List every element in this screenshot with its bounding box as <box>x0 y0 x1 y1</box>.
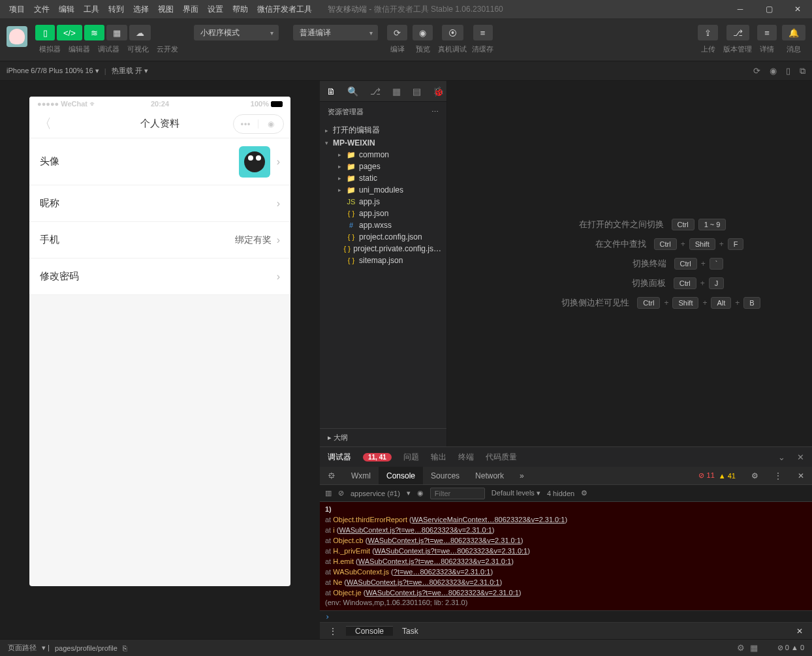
list-item[interactable]: 昵称› <box>29 185 290 222</box>
menu-界面[interactable]: 界面 <box>179 3 202 16</box>
close-panel-icon[interactable]: ✕ <box>797 452 804 462</box>
filter-input[interactable] <box>430 488 485 499</box>
project-root[interactable]: ▾MP-WEIXIN <box>320 137 446 149</box>
tree-item[interactable]: ▸📁common <box>320 149 446 161</box>
outline-section[interactable]: ▸ 大纲 <box>320 428 446 446</box>
drawer-console-tab[interactable]: Console <box>346 626 393 636</box>
simulator-toggle[interactable]: ▯ <box>35 25 55 40</box>
tab-sources[interactable]: Sources <box>423 467 467 484</box>
tree-item[interactable]: JSapp.js <box>320 196 446 208</box>
drawer-close-icon[interactable]: ✕ <box>787 627 812 636</box>
maximize-button[interactable]: ▢ <box>755 0 783 18</box>
scene-icon[interactable]: ▦ <box>750 643 758 653</box>
compile-select[interactable]: 普通编译 <box>293 25 378 40</box>
minimize-button[interactable]: ─ <box>726 0 755 18</box>
mode-select[interactable]: 小程序模式 <box>194 25 279 40</box>
debugger-toggle[interactable]: ≋ <box>84 25 104 40</box>
console-settings-icon[interactable]: ⚙ <box>581 489 587 497</box>
close-button[interactable]: ✕ <box>783 0 812 18</box>
list-item[interactable]: 头像› <box>29 138 290 185</box>
upload-button[interactable]: ⇪ <box>698 25 718 40</box>
cloud-dev-toggle[interactable]: ☁ <box>129 25 151 40</box>
list-item[interactable]: 手机绑定有奖› <box>29 222 290 258</box>
menu-视图[interactable]: 视图 <box>154 3 178 16</box>
status-errors[interactable]: ⊘ 0 ▲ 0 <box>777 644 804 652</box>
settings-icon[interactable]: ⚙ <box>743 467 766 484</box>
kebab-icon[interactable]: ⋮ <box>766 467 790 484</box>
tab-network[interactable]: Network <box>467 467 512 484</box>
live-icon[interactable]: ◉ <box>417 489 424 497</box>
tab-debugger[interactable]: 调试器 <box>328 452 351 463</box>
tab-quality[interactable]: 代码质量 <box>486 452 517 463</box>
ext-tab-icon[interactable]: ▦ <box>392 86 401 97</box>
more-tabs-icon[interactable]: » <box>512 467 532 484</box>
close-devtools-icon[interactable]: ✕ <box>790 467 812 484</box>
tree-item[interactable]: { }project.config.json <box>320 231 446 243</box>
open-editors-section[interactable]: ▸打开的编辑器 <box>320 123 446 137</box>
git-tab-icon[interactable]: ⎇ <box>370 86 381 97</box>
menu-文件[interactable]: 文件 <box>30 3 54 16</box>
visualize-toggle[interactable]: ▦ <box>106 25 127 40</box>
tab-terminal[interactable]: 终端 <box>458 452 474 463</box>
more-icon[interactable]: ⋯ <box>431 108 439 116</box>
tab-output[interactable]: 输出 <box>431 452 446 463</box>
drawer-task-tab[interactable]: Task <box>393 627 428 636</box>
tree-item[interactable]: { }sitemap.json <box>320 255 446 266</box>
tree-item[interactable]: { }app.json <box>320 208 446 219</box>
capsule-close-icon[interactable]: ◉ <box>258 119 283 129</box>
page-path[interactable]: pages/profile/profile <box>55 644 117 652</box>
editor-toggle[interactable]: </> <box>57 25 82 40</box>
copy-path-icon[interactable]: ⎘ <box>123 644 127 652</box>
capsule-more-icon[interactable]: ••• <box>234 119 258 129</box>
tree-item[interactable]: { }project.private.config.js… <box>320 243 446 255</box>
console-prompt[interactable]: › <box>320 610 812 622</box>
tree-item[interactable]: ▸📁pages <box>320 161 446 172</box>
compile-button[interactable]: ⟳ <box>387 25 407 40</box>
menu-微信开发者工具[interactable]: 微信开发者工具 <box>253 3 316 16</box>
tree-item[interactable]: ▸📁uni_modules <box>320 184 446 196</box>
menu-帮助[interactable]: 帮助 <box>228 3 252 16</box>
error-count[interactable]: ⊘ 11 <box>698 471 714 480</box>
search-tab-icon[interactable]: 🔍 <box>347 86 358 97</box>
real-debug-button[interactable]: ⦿ <box>442 25 463 40</box>
device-icon[interactable]: ▯ <box>786 66 790 76</box>
levels-select[interactable]: Default levels ▾ <box>492 489 540 497</box>
record-icon[interactable]: ◉ <box>770 66 777 76</box>
detail-button[interactable]: ≡ <box>757 25 777 40</box>
hot-reload-toggle[interactable]: 热重载 开 ▾ <box>112 66 148 76</box>
collapse-icon[interactable]: ⌄ <box>778 452 785 462</box>
popout-icon[interactable]: ⧉ <box>800 66 805 76</box>
explorer-tab-icon[interactable]: 🗎 <box>326 86 336 97</box>
message-button[interactable]: 🔔 <box>782 25 805 40</box>
hidden-count[interactable]: 4 hidden <box>547 490 574 497</box>
sidebar-toggle-icon[interactable]: ▥ <box>325 489 332 497</box>
console-output[interactable]: 1) at Object.thirdErrorReport (WAService… <box>320 502 812 610</box>
warning-count[interactable]: ▲ 41 <box>719 472 736 480</box>
menu-项目[interactable]: 项目 <box>5 3 29 16</box>
debug-tab-icon[interactable]: 🐞 <box>433 86 444 97</box>
version-button[interactable]: ⎇ <box>726 25 749 40</box>
back-icon[interactable]: 〈 <box>39 115 52 133</box>
tab-wxml[interactable]: Wxml <box>343 467 379 484</box>
menu-工具[interactable]: 工具 <box>80 3 103 16</box>
clear-console-icon[interactable]: ⊘ <box>338 489 344 497</box>
clear-cache-button[interactable]: ≡ <box>473 25 493 40</box>
menu-转到[interactable]: 转到 <box>104 3 128 16</box>
tree-item[interactable]: #app.wxss <box>320 219 446 231</box>
context-select[interactable]: appservice (#1) <box>351 490 400 497</box>
tree-item[interactable]: ▸📁static <box>320 172 446 184</box>
build-tab-icon[interactable]: ▤ <box>413 86 421 97</box>
tab-problems[interactable]: 问题 <box>403 452 419 463</box>
user-avatar[interactable] <box>7 26 27 47</box>
menu-选择[interactable]: 选择 <box>129 3 153 16</box>
drawer-menu-icon[interactable]: ⋮ <box>320 627 346 636</box>
refresh-icon[interactable]: ⟳ <box>753 66 760 76</box>
device-select[interactable]: iPhone 6/7/8 Plus 100% 16 ▾ <box>7 67 99 75</box>
perf-icon[interactable]: ⚙ <box>737 643 745 653</box>
menu-设置[interactable]: 设置 <box>204 3 227 16</box>
tab-console[interactable]: Console <box>379 467 423 484</box>
list-item[interactable]: 修改密码› <box>29 258 290 295</box>
inspect-icon[interactable]: ⯐ <box>320 467 343 484</box>
menu-编辑[interactable]: 编辑 <box>55 3 78 16</box>
preview-button[interactable]: ◉ <box>413 25 433 40</box>
